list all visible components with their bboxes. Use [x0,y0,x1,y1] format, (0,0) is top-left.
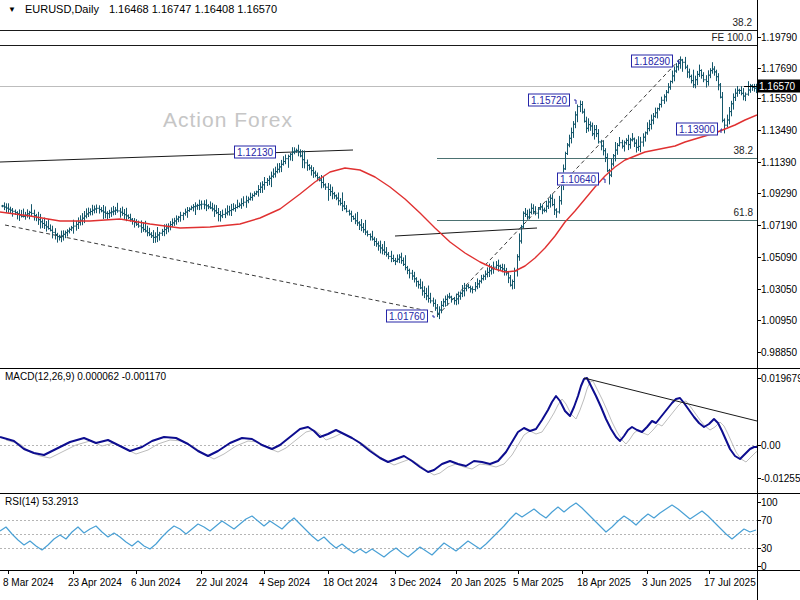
rsi-axis-label: 70 [761,515,772,526]
date-label: 4 Sep 2024 [259,577,310,588]
rsi-axis-label: 100 [761,497,778,508]
right-axis-label: 1.07190 [761,220,797,231]
price-annotation[interactable]: 1.13900 [676,123,718,136]
current-price-tag: 1.16570 [758,80,800,93]
fib-level-label: 38.2 [734,145,753,156]
fib-level-label: 38.2 [733,17,752,28]
macd-axis-label: -0.012552 [761,473,800,484]
main-chart-panel[interactable] [0,18,757,368]
date-label: 3 Jun 2025 [642,577,692,588]
macd-axis-label: 0.00 [761,440,780,451]
right-axis-label: 1.09290 [761,188,797,199]
date-label: 3 Dec 2024 [390,577,441,588]
price-annotation[interactable]: 1.18290 [631,55,673,68]
right-axis-label: 1.05090 [761,252,797,263]
fib-level-label: 61.8 [734,207,753,218]
ohlc-values: 1.16468 1.16747 1.16408 1.16570 [109,3,277,15]
symbol-label: EURUSD,Daily [25,3,99,15]
macd-axis-label: 0.019679 [761,373,800,384]
date-label: 22 Jul 2024 [196,577,248,588]
macd-panel[interactable] [0,369,757,492]
right-axis-label: 1.03050 [761,284,797,295]
date-label: 5 Mar 2025 [513,577,564,588]
date-label: 17 Jul 2025 [704,577,756,588]
date-label: 18 Oct 2024 [323,577,377,588]
date-label: 6 Jun 2024 [131,577,181,588]
price-annotation[interactable]: 1.01760 [386,310,428,323]
right-axis-label: 1.00950 [761,315,797,326]
right-axis-label: 1.19790 [761,32,797,43]
right-axis-label: 1.11390 [761,157,796,168]
right-axis-label: 1.17690 [761,63,797,74]
symbol-dropdown-icon[interactable]: ▼ [8,5,16,14]
rsi-panel[interactable] [0,494,757,569]
price-annotation[interactable]: 1.12130 [234,146,276,159]
rsi-indicator-label: RSI(14) 53.2913 [5,496,78,507]
date-label: 23 Apr 2024 [68,577,122,588]
chart-window: Action Forex ▼EURUSD,Daily1.16468 1.1674… [0,0,800,600]
chart-title: ▼EURUSD,Daily1.16468 1.16747 1.16408 1.1… [8,3,277,15]
macd-indicator-label: MACD(12,26,9) 0.000062 -0.001170 [5,371,166,382]
date-label: 18 Apr 2025 [577,577,631,588]
rsi-axis-label: 30 [761,543,772,554]
right-axis-label: 0.98850 [761,347,797,358]
date-label: 8 Mar 2024 [3,577,54,588]
rsi-axis-label: 0 [761,561,767,572]
date-label: 20 Jan 2025 [451,577,506,588]
right-axis-label: 1.13490 [761,125,797,136]
price-annotation[interactable]: 1.15720 [528,94,570,107]
price-annotation[interactable]: 1.10640 [557,173,599,186]
fib-level-label: FE 100.0 [711,32,752,43]
right-axis-label: 1.15590 [761,93,797,104]
